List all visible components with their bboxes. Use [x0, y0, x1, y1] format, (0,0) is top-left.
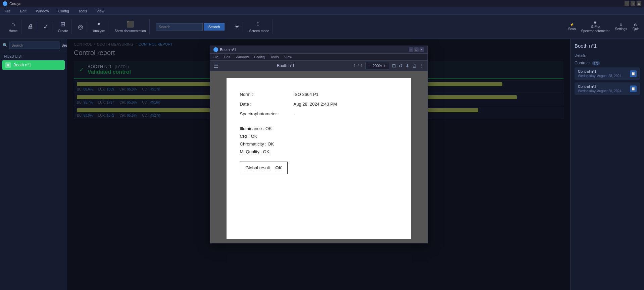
mi-quality-label: MI Quality : OK — [240, 149, 269, 154]
menu-view[interactable]: View — [94, 8, 106, 14]
menu-config[interactable]: Config — [56, 8, 71, 14]
zoom-in-button[interactable]: + — [383, 63, 386, 68]
quit-icon: ⏻ — [634, 23, 637, 26]
modal-title-bar: Booth n°1 − □ × — [210, 46, 428, 54]
modal-menu-file[interactable]: File — [213, 54, 219, 60]
toolbar-settings[interactable]: ⚙ Settings — [615, 23, 627, 31]
norm-label: Norm : — [240, 91, 294, 98]
toolbar-home[interactable]: ⌂ Home — [5, 19, 21, 34]
close-button[interactable]: × — [637, 1, 641, 6]
toolbar-search-input[interactable] — [156, 23, 203, 31]
toolbar-sun[interactable]: ☀ — [231, 22, 243, 32]
modal-minimize-button[interactable]: − — [409, 47, 413, 52]
show-docs-label: Show documentation — [114, 29, 146, 33]
modal-toolbar: ☰ Booth n°1 1 / 1 − 200% + ⊡ ↺ — [210, 61, 428, 71]
more-options-button[interactable]: ⋮ — [419, 63, 424, 68]
controls-section-title: Controls (2) — [575, 61, 640, 65]
sidebar-search-container: 🔍 Search — [0, 39, 67, 52]
toolbar-print[interactable]: 🖨 — [24, 22, 37, 32]
modal-overlay: Booth n°1 − □ × File Edit Window Config … — [67, 39, 570, 290]
star-icon: ✦ — [96, 20, 101, 28]
right-panel: Booth n°1 Details Controls (2) Control n… — [570, 39, 644, 290]
control-2-date: Wednesday, August 28, 2024 — [578, 89, 622, 93]
toolbar-spectrophotometer[interactable]: ◉ i1 Pro Spectrophotometer — [581, 20, 609, 33]
modal-menu-edit[interactable]: Edit — [224, 54, 230, 60]
zoom-level: 200% — [373, 64, 382, 68]
control-2-info: Control n°2 Wednesday, August 28, 2024 — [578, 84, 622, 93]
title-bar-controls[interactable]: − □ × — [625, 1, 641, 6]
toolbar-analyse[interactable]: ✦ Analyse — [90, 19, 109, 34]
toolbar-moon[interactable]: ☾ Screen mode — [246, 19, 273, 34]
modal-doc-title: Booth n°1 — [221, 63, 351, 68]
menu-file[interactable]: File — [3, 8, 13, 14]
toolbar-search-button[interactable]: Search — [204, 23, 225, 31]
modal-restore-button[interactable]: □ — [414, 47, 419, 52]
sidebar-search-input[interactable] — [9, 42, 60, 49]
report-chromaticity-row: Chromaticity : OK — [240, 141, 398, 148]
toolbar-scan[interactable]: ⚡ Scan — [568, 23, 576, 31]
modal-title-text: Booth n°1 — [220, 48, 236, 52]
report-norm-row: Norm : ISO 3664 P1 — [240, 91, 398, 98]
control-2-icon: 📋 — [630, 85, 637, 92]
files-list-label: FILES LIST — [0, 52, 67, 60]
toolbar-search-group: Search — [152, 22, 228, 32]
right-panel-details: Details — [575, 53, 640, 58]
title-bar: Coraye − □ × — [0, 0, 644, 7]
print-pdf-button[interactable]: 🖨 — [412, 63, 417, 68]
restore-button[interactable]: □ — [631, 1, 635, 6]
modal-content: Norm : ISO 3664 P1 Date : Aug 28, 2024 2… — [210, 71, 428, 243]
norm-value: ISO 3664 P1 — [294, 91, 318, 98]
quit-label: Quit — [633, 27, 639, 31]
zoom-out-button[interactable]: − — [368, 63, 371, 68]
scan-label: Scan — [568, 27, 576, 31]
toolbar-analyse-label: Analyse — [93, 29, 105, 33]
chromaticity-label: Chromaticity : OK — [240, 141, 274, 147]
control-item-1[interactable]: Control n°1 Wednesday, August 28, 2024 📋 — [575, 67, 640, 80]
main-layout: 🔍 Search FILES LIST ▦ Booth n°1 CONTROL … — [0, 39, 644, 290]
toolbar-circle[interactable]: ◎ — [75, 22, 87, 32]
report-spectro-row: Spectrophotometer : - — [240, 111, 398, 118]
download-button[interactable]: ⬇ — [405, 63, 409, 68]
control-1-icon: 📋 — [630, 70, 637, 77]
modal-close-button[interactable]: × — [419, 47, 424, 52]
control-1-info: Control n°1 Wednesday, August 28, 2024 — [578, 69, 622, 78]
toolbar-quit[interactable]: ⏻ Quit — [633, 23, 639, 31]
control-item-2[interactable]: Control n°2 Wednesday, August 28, 2024 📋 — [575, 82, 640, 95]
menu-window[interactable]: Window — [34, 8, 51, 14]
modal-menu-window[interactable]: Window — [236, 54, 249, 60]
rotate-button[interactable]: ↺ — [399, 63, 403, 68]
page-current: 1 — [354, 64, 356, 68]
details-label[interactable]: Details — [575, 53, 640, 58]
menu-edit[interactable]: Edit — [18, 8, 29, 14]
spectro-label: Spectrophotometer — [581, 29, 609, 33]
menu-tools[interactable]: Tools — [77, 8, 89, 14]
modal-menu-view[interactable]: View — [284, 54, 292, 60]
app-title: Coraye — [9, 2, 21, 6]
modal-title-controls[interactable]: − □ × — [409, 47, 424, 52]
toolbar-home-label: Home — [9, 29, 18, 33]
toolbar-show-docs[interactable]: ⬛ Show documentation — [111, 19, 149, 34]
fit-page-button[interactable]: ⊡ — [392, 63, 396, 68]
modal-menu-config[interactable]: Config — [254, 54, 265, 60]
docs-icon: ⬛ — [127, 20, 134, 28]
spectro-report-value: - — [294, 111, 295, 118]
hamburger-icon[interactable]: ☰ — [213, 63, 218, 69]
global-result-value: OK — [275, 165, 282, 172]
toolbar-grid[interactable]: ⊞ Create — [55, 19, 72, 34]
screen-mode-label: Screen mode — [249, 29, 269, 33]
sidebar-item-booth1[interactable]: ▦ Booth n°1 — [2, 60, 65, 70]
report-mi-quality-row: MI Quality : OK — [240, 149, 398, 156]
toolbar-check[interactable]: ✓ — [40, 22, 52, 32]
right-panel-title: Booth n°1 — [575, 43, 640, 49]
settings-icon: ⚙ — [620, 23, 623, 26]
controls-badge: (2) — [592, 61, 600, 65]
moon-icon: ☾ — [256, 20, 262, 28]
pdf-viewer-modal: Booth n°1 − □ × File Edit Window Config … — [210, 46, 428, 243]
minimize-button[interactable]: − — [625, 1, 629, 6]
search-icon: 🔍 — [3, 43, 8, 48]
modal-menu-tools[interactable]: Tools — [270, 54, 279, 60]
control-1-name: Control n°1 — [578, 69, 622, 73]
pdf-page: Norm : ISO 3664 P1 Date : Aug 28, 2024 2… — [227, 78, 411, 239]
control-2-name: Control n°2 — [578, 84, 622, 89]
content-area: CONTROL / BOOTH MEASURING / CONTROL REPO… — [67, 39, 570, 290]
